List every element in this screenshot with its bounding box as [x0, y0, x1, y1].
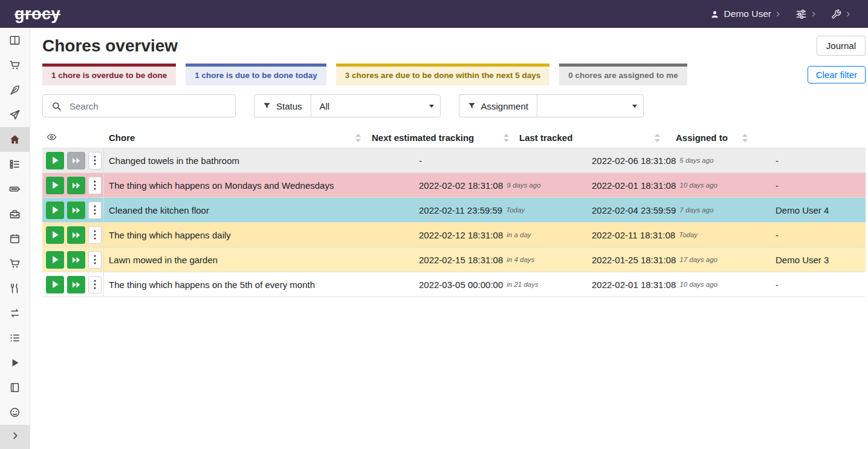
next-estimated-tracking-cell: 2022-02-02 18:31:089 days ago: [413, 173, 586, 197]
assigned-to-cell: -: [771, 272, 866, 297]
row-menu-button[interactable]: [88, 152, 102, 169]
last-tracked-cell: 2022-02-01 18:31:0810 days ago: [586, 272, 771, 297]
status-filter-due-soon[interactable]: 3 chores are due to be done within the n…: [336, 64, 549, 85]
chore-name: The thing which happens daily: [104, 223, 413, 247]
column-header-last-tracked[interactable]: Last tracked: [514, 133, 665, 143]
status-filter-due-today[interactable]: 1 chore is due to be done today: [186, 64, 326, 85]
chores-table: Chore Next estimated tracking Last track…: [42, 128, 866, 297]
utensils-icon: [9, 283, 21, 294]
track-execution-button[interactable]: [46, 226, 64, 244]
sidebar-item-transfer[interactable]: [0, 301, 30, 326]
column-header-chore[interactable]: Chore: [104, 133, 366, 143]
sort-icon: [355, 134, 361, 142]
paper-plane-icon: [9, 109, 21, 120]
last-tracked-date: 2022-02-01 18:31:08: [592, 280, 676, 290]
skip-button[interactable]: [67, 276, 85, 293]
assignment-select[interactable]: [537, 94, 644, 117]
sidebar-item-calendar[interactable]: [0, 226, 30, 251]
topbar-menus: Demo User › › ›: [710, 8, 850, 20]
skip-button[interactable]: [67, 152, 85, 169]
user-icon: [710, 10, 719, 19]
last-tracked-date: 2022-02-11 18:31:08: [592, 230, 675, 240]
assignment-filter-group: Assignment: [459, 94, 644, 117]
chore-name: Lawn mowed in the garden: [104, 247, 413, 272]
sidebar-item-consume[interactable]: [0, 276, 30, 301]
last-tracked-timeago: Today: [679, 231, 698, 238]
next-tracking-timeago: in a day: [507, 231, 531, 238]
status-select-value: All: [320, 101, 330, 111]
assigned-to-cell: -: [771, 173, 866, 197]
column-header-label: Last tracked: [519, 133, 572, 143]
table-row: The thing which happens daily 2022-02-12…: [42, 223, 866, 247]
checklist-icon: [9, 332, 21, 344]
sidebar-item-tasks[interactable]: [0, 152, 30, 177]
chore-name: The thing which happens on Mondays and W…: [104, 173, 413, 197]
play-icon: [9, 357, 21, 369]
skip-button[interactable]: [67, 251, 85, 269]
sidebar-item-battery-tracking[interactable]: [0, 375, 30, 400]
row-menu-button[interactable]: [88, 276, 102, 293]
sidebar-collapse-toggle[interactable]: [0, 425, 30, 449]
row-menu-button[interactable]: [88, 226, 102, 244]
chevron-right-icon: ›: [812, 8, 815, 19]
sidebar-item-equipment[interactable]: [0, 202, 30, 226]
admin-menu[interactable]: ›: [831, 8, 850, 19]
main-content: Chores overview Journal 1 chore is overd…: [30, 28, 868, 297]
sidebar-item-shopping-list[interactable]: [0, 53, 30, 77]
row-menu-button[interactable]: [88, 202, 102, 219]
row-menu-button[interactable]: [88, 251, 102, 269]
sidebar-item-meal-plan[interactable]: [0, 102, 30, 127]
assigned-to-cell: -: [771, 148, 866, 172]
home-icon: [9, 134, 21, 145]
last-tracked-date: 2022-01-25 18:31:08: [592, 255, 676, 265]
last-tracked-date: 2022-02-01 18:31:08: [592, 180, 676, 191]
row-menu-button[interactable]: [88, 177, 102, 194]
status-filter-overdue[interactable]: 1 chore is overdue to be done: [42, 64, 176, 85]
search-input[interactable]: [70, 95, 235, 117]
sidebar-item-dashboard[interactable]: [0, 28, 30, 53]
clear-filter-button[interactable]: Clear filter: [808, 66, 866, 84]
sidebar-item-recipes[interactable]: [0, 77, 30, 102]
skip-button[interactable]: [67, 177, 85, 194]
row-actions: [42, 272, 104, 297]
grocy-logo[interactable]: grocy: [15, 6, 60, 22]
journal-button[interactable]: Journal: [817, 36, 866, 56]
track-execution-button[interactable]: [46, 152, 64, 169]
tasks-icon: [9, 159, 21, 170]
sidebar-item-user-settings[interactable]: [0, 400, 30, 425]
next-tracking-date: 2022-02-11 23:59:59: [419, 205, 502, 215]
track-execution-button[interactable]: [46, 251, 64, 269]
column-header-assigned-to[interactable]: Assigned to: [665, 133, 753, 143]
next-tracking-timeago: in 21 days: [507, 281, 538, 288]
track-execution-button[interactable]: [46, 202, 64, 219]
status-select[interactable]: All: [311, 94, 441, 117]
settings-menu[interactable]: ›: [795, 8, 815, 20]
status-filter-group: Status All: [254, 94, 441, 117]
sidebar: [0, 28, 30, 449]
skip-button[interactable]: [67, 202, 85, 219]
caret-down-icon: [429, 105, 434, 108]
last-tracked-timeago: 5 days ago: [679, 157, 713, 164]
column-header-label: Next estimated tracking: [372, 133, 474, 143]
exchange-arrows-icon: [9, 307, 21, 319]
sidebar-item-chores-overview[interactable]: [0, 127, 30, 152]
last-tracked-timeago: 17 days ago: [679, 256, 717, 263]
next-tracking-date: 2022-02-15 18:31:08: [419, 255, 503, 265]
sidebar-item-inventory[interactable]: [0, 326, 30, 350]
sidebar-item-purchase[interactable]: [0, 251, 30, 276]
assignment-filter-text: Assignment: [481, 101, 528, 111]
user-menu[interactable]: Demo User ›: [710, 8, 780, 19]
row-actions: [42, 198, 104, 222]
skip-button[interactable]: [67, 226, 85, 244]
chevron-right-icon: [10, 430, 21, 444]
column-header-next-estimated-tracking[interactable]: Next estimated tracking: [366, 133, 514, 143]
track-execution-button[interactable]: [46, 276, 64, 293]
columns-icon: [9, 34, 21, 46]
shopping-cart-icon: [9, 59, 21, 71]
sidebar-item-chore-tracking[interactable]: [0, 350, 30, 375]
assigned-to-cell: Demo User 3: [771, 247, 866, 272]
track-execution-button[interactable]: [46, 177, 64, 194]
status-filter-assigned-to-me[interactable]: 0 chores are assigned to me: [559, 64, 687, 85]
sidebar-item-batteries[interactable]: [0, 177, 30, 202]
next-estimated-tracking-cell: -: [413, 148, 586, 172]
